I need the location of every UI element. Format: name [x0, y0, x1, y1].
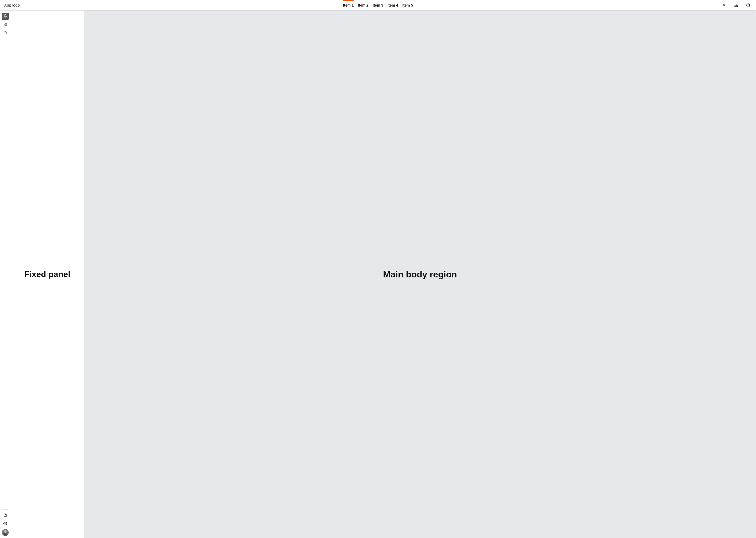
s-logo-icon[interactable]	[720, 2, 728, 9]
bell-icon	[3, 14, 7, 19]
rail-item-help[interactable]	[2, 512, 9, 519]
grid-icon	[3, 23, 7, 27]
gear-icon	[3, 522, 7, 526]
svg-rect-4	[4, 32, 7, 34]
header-nav: Item 1 Item 2 Item 3 Item 4 Item 5	[343, 0, 413, 10]
svg-rect-0	[4, 23, 5, 24]
github-icon[interactable]	[744, 2, 752, 9]
svg-point-7	[5, 523, 6, 524]
main-region-title: Main body region	[383, 269, 457, 280]
svg-rect-3	[6, 25, 7, 26]
nav-item-4[interactable]: Item 4	[388, 0, 398, 10]
fixed-panel: Fixed panel	[11, 11, 84, 538]
fixed-panel-title: Fixed panel	[24, 270, 71, 279]
header-end	[720, 2, 752, 9]
user-avatar[interactable]	[2, 529, 9, 536]
svg-rect-2	[4, 25, 5, 26]
nav-item-2[interactable]: Item 2	[358, 0, 368, 10]
nav-item-1[interactable]: Item 1	[343, 0, 354, 10]
svg-rect-1	[6, 23, 7, 24]
briefcase-icon	[3, 31, 7, 35]
rail-item-notifications[interactable]	[2, 13, 9, 20]
app-logo[interactable]: App logo	[4, 3, 20, 7]
help-icon	[3, 513, 7, 518]
rail-item-apps[interactable]	[2, 21, 9, 28]
main-region: Main body region	[84, 11, 756, 538]
layout: Fixed panel Main body region	[0, 11, 756, 538]
stackoverflow-icon[interactable]	[732, 2, 740, 9]
rail-item-work[interactable]	[2, 30, 9, 36]
sidebar-rail	[0, 11, 11, 538]
nav-item-5[interactable]: Item 5	[402, 0, 413, 10]
header: App logo Item 1 Item 2 Item 3 Item 4 Ite…	[0, 0, 756, 11]
nav-item-3[interactable]: Item 3	[373, 0, 383, 10]
rail-divider-top	[2, 39, 8, 39]
rail-item-settings[interactable]	[2, 520, 9, 527]
